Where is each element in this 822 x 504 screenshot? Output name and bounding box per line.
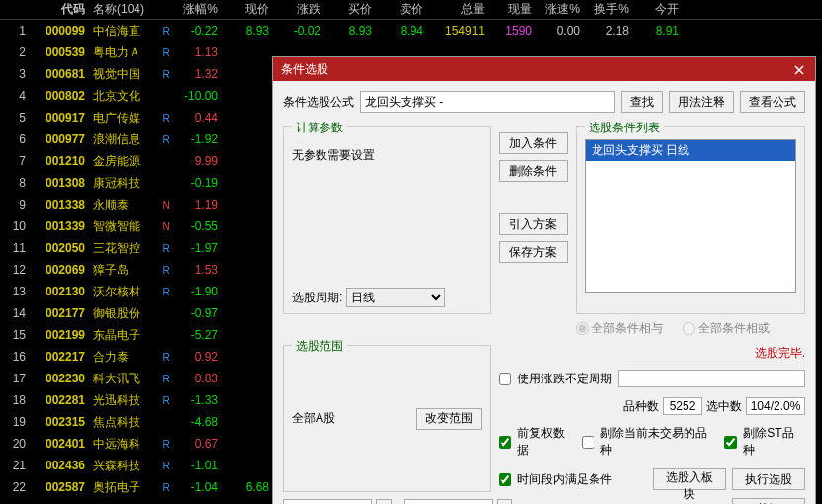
row-code[interactable]: 002199 — [30, 328, 89, 342]
row-name[interactable]: 兴森科技 — [89, 458, 158, 474]
unfixed-checkbox[interactable] — [499, 373, 511, 385]
date-from-input[interactable] — [283, 499, 372, 504]
row-name[interactable]: 东晶电子 — [89, 327, 158, 344]
row-idx: 19 — [0, 415, 30, 429]
save-plan-button[interactable]: 保存方案 — [499, 241, 568, 263]
period-select[interactable]: 日线 — [346, 288, 445, 307]
row-idx: 14 — [0, 306, 30, 320]
row-name[interactable]: 沃尔核材 — [89, 284, 158, 300]
import-plan-button[interactable]: 引入方案 — [499, 213, 568, 235]
row-code[interactable]: 002130 — [30, 285, 89, 298]
dialog-titlebar[interactable]: 条件选股 — [273, 57, 815, 81]
date-to-input[interactable] — [404, 499, 493, 504]
row-code[interactable]: 001308 — [30, 176, 89, 190]
add-block-button[interactable]: 选股入板块 — [653, 468, 726, 490]
find-button[interactable]: 查找 — [621, 91, 663, 113]
row-name[interactable]: 智微智能 — [89, 218, 158, 235]
row-code[interactable]: 001338 — [30, 198, 89, 211]
row-code[interactable]: 000802 — [30, 89, 89, 103]
st-checkbox[interactable] — [724, 436, 737, 449]
row-name[interactable]: 北京文化 — [89, 88, 158, 105]
date-to-dropdown[interactable]: ▾ — [497, 499, 512, 504]
col-price-hdr[interactable]: 现价 — [222, 1, 273, 18]
add-condition-button[interactable]: 加入条件 — [499, 132, 568, 154]
row-name[interactable]: 浪潮信息 — [89, 131, 158, 148]
row-pct: 9.99 — [174, 154, 222, 168]
row-pct: -0.55 — [174, 219, 222, 233]
row-name[interactable]: 金房能源 — [89, 153, 158, 170]
row-code[interactable]: 001210 — [30, 154, 89, 168]
row-name[interactable]: 光迅科技 — [89, 392, 158, 409]
row-name[interactable]: 中信海直 — [89, 23, 158, 40]
row-flag: R — [158, 374, 174, 384]
row-code[interactable]: 000681 — [30, 67, 89, 81]
time-checkbox[interactable] — [499, 473, 511, 486]
row-name[interactable]: 科大讯飞 — [89, 371, 158, 387]
col-cur-hdr[interactable]: 现量 — [489, 1, 536, 18]
fq-checkbox[interactable] — [499, 436, 511, 449]
row-flag: R — [158, 287, 174, 297]
row-flag: R — [158, 482, 174, 493]
exec-button[interactable]: 执行选股 — [732, 468, 805, 490]
col-code-hdr[interactable]: 代码 — [30, 1, 89, 18]
radio-and-input[interactable] — [576, 322, 589, 335]
col-turn-hdr[interactable]: 换手% — [584, 1, 633, 18]
date-from-dropdown[interactable]: ▾ — [376, 499, 392, 504]
radio-or[interactable]: 全部条件相或 — [683, 320, 770, 337]
row-code[interactable]: 000917 — [30, 111, 89, 125]
formula-select[interactable] — [360, 91, 615, 113]
row-name[interactable]: 奥拓电子 — [89, 479, 158, 496]
row-code[interactable]: 002315 — [30, 415, 89, 429]
row-code[interactable]: 002587 — [30, 480, 89, 494]
row-code[interactable]: 002436 — [30, 459, 89, 472]
col-chg-hdr[interactable]: 涨跌 — [273, 1, 324, 18]
row-code[interactable]: 000099 — [30, 24, 89, 38]
row-code[interactable]: 000977 — [30, 132, 89, 146]
col-pct-hdr[interactable]: 涨幅% — [174, 1, 222, 18]
row-code[interactable]: 002050 — [30, 241, 89, 255]
col-vol-hdr[interactable]: 总量 — [427, 1, 489, 18]
row-code[interactable]: 002401 — [30, 437, 89, 451]
row-name[interactable]: 电广传媒 — [89, 110, 158, 126]
row-code[interactable]: 002217 — [30, 350, 89, 364]
row-name[interactable]: 御银股份 — [89, 305, 158, 322]
row-code[interactable]: 000539 — [30, 45, 89, 59]
row-code[interactable]: 002069 — [30, 263, 89, 277]
change-scope-button[interactable]: 改变范围 — [416, 408, 482, 430]
row-name[interactable]: 康冠科技 — [89, 175, 158, 192]
col-speed-hdr[interactable]: 涨速% — [536, 1, 584, 18]
row-name[interactable]: 永顺泰 — [89, 197, 158, 213]
col-sell-hdr[interactable]: 卖价 — [376, 1, 427, 18]
close-button[interactable]: 关闭 — [732, 498, 805, 504]
unfixed-input[interactable] — [618, 370, 805, 387]
col-buy-hdr[interactable]: 买价 — [324, 1, 376, 18]
usage-button[interactable]: 用法注释 — [669, 91, 734, 113]
table-row[interactable]: 1000099中信海直R-0.228.93-0.028.938.94154911… — [0, 20, 822, 42]
row-name[interactable]: 三花智控 — [89, 240, 158, 257]
row-name[interactable]: 粤电力Ａ — [89, 44, 158, 61]
time-row: 时间段内满足条件 选股入板块 执行选股 — [499, 466, 805, 492]
row-code[interactable]: 002177 — [30, 306, 89, 320]
row-code[interactable]: 002230 — [30, 372, 89, 385]
view-formula-button[interactable]: 查看公式 — [740, 91, 805, 113]
col-open-hdr[interactable]: 今开 — [633, 1, 683, 18]
col-name-hdr[interactable]: 名称(104) — [89, 1, 158, 18]
table-header: 代码 名称(104) 涨幅% 现价 涨跌 买价 卖价 总量 现量 涨速% 换手%… — [0, 0, 822, 20]
row-idx: 10 — [0, 219, 30, 233]
notrade-checkbox[interactable] — [582, 436, 594, 449]
condition-listbox[interactable]: 龙回头支撑买 日线 — [585, 139, 796, 293]
row-name[interactable]: 视觉中国 — [89, 66, 158, 83]
list-item[interactable]: 龙回头支撑买 日线 — [586, 140, 795, 161]
radio-and[interactable]: 全部条件相与 — [576, 320, 663, 337]
delete-condition-button[interactable]: 删除条件 — [499, 160, 568, 182]
row-name[interactable]: 合力泰 — [89, 349, 158, 366]
row-name[interactable]: 中远海科 — [89, 436, 158, 453]
row-name[interactable]: 焦点科技 — [89, 414, 158, 431]
close-icon[interactable] — [791, 62, 807, 76]
radio-or-input[interactable] — [683, 322, 695, 335]
row-idx: 11 — [0, 241, 30, 255]
row-code[interactable]: 002281 — [30, 393, 89, 407]
mid-row: 计算参数 无参数需要设置 选股周期: 日线 加入条件 删除条件 引入方案 保存方… — [283, 121, 805, 339]
row-code[interactable]: 001339 — [30, 219, 89, 233]
row-name[interactable]: 獐子岛 — [89, 262, 158, 279]
